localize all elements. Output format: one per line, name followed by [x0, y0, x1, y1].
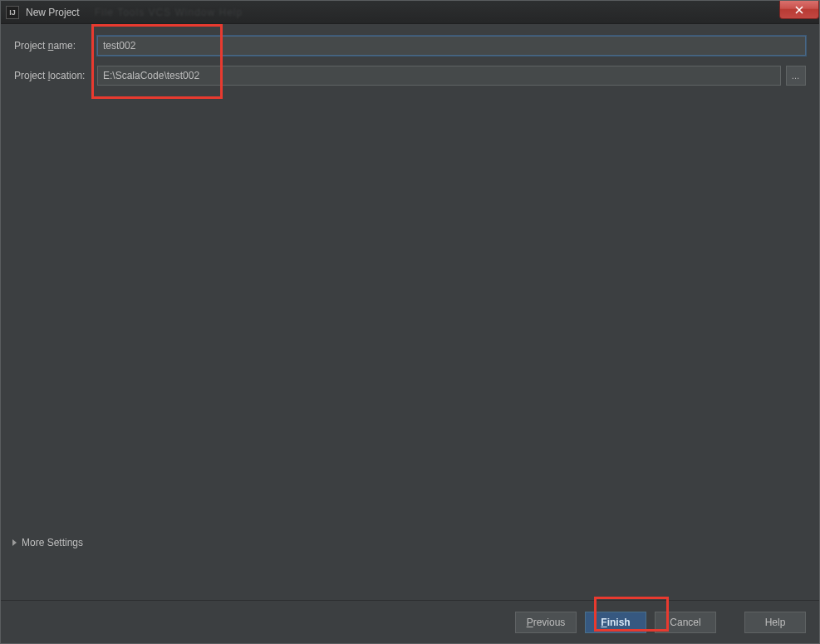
dialog-content: Project name: Project location: … More S… [1, 24, 819, 600]
project-name-row: Project name: [14, 36, 806, 56]
more-settings-label: More Settings [22, 537, 83, 548]
browse-button[interactable]: … [786, 66, 806, 86]
app-icon: IJ [6, 6, 19, 19]
chevron-right-icon [12, 539, 17, 546]
button-label: inish [607, 617, 631, 628]
label-text: ocation: [50, 70, 85, 81]
more-settings-toggle[interactable]: More Settings [12, 537, 83, 548]
button-mnemonic: P [527, 617, 533, 628]
close-button[interactable] [779, 1, 819, 19]
background-menu-blur: File Tools VCS Window Help [95, 7, 243, 18]
project-location-row: Project location: … [14, 66, 806, 86]
new-project-dialog: IJ New Project File Tools VCS Window Hel… [0, 0, 820, 644]
button-label: revious [533, 617, 566, 628]
button-label: Cancel [670, 617, 700, 628]
button-label: Help [765, 617, 786, 628]
label-text: Project [14, 40, 48, 52]
project-location-label: Project location: [14, 70, 97, 81]
label-text: ame: [53, 40, 76, 52]
project-name-label: Project name: [14, 40, 97, 52]
cancel-button[interactable]: Cancel [655, 612, 716, 633]
window-title: New Project [26, 7, 80, 18]
close-icon [794, 6, 804, 14]
help-button[interactable]: Help [744, 612, 806, 633]
label-text: Project [14, 70, 48, 81]
finish-button[interactable]: Finish [585, 612, 646, 633]
titlebar: IJ New Project File Tools VCS Window Hel… [1, 1, 819, 24]
button-mnemonic: F [601, 617, 606, 628]
previous-button[interactable]: Previous [515, 612, 577, 633]
project-name-input[interactable] [97, 36, 806, 56]
ellipsis-icon: … [792, 71, 801, 81]
dialog-footer: Previous Finish Cancel Help [1, 600, 819, 643]
project-location-input[interactable] [97, 66, 781, 86]
